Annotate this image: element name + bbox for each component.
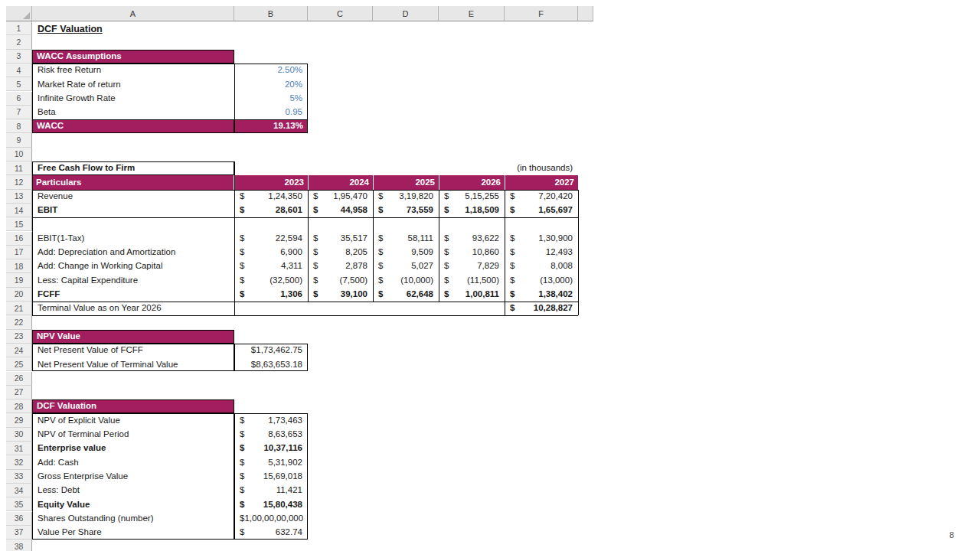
dcf-label[interactable]: NPV of Terminal Period bbox=[34, 428, 233, 442]
row-header-32[interactable]: 32 bbox=[6, 455, 32, 469]
dcf-value-cell[interactable]: $15,69,018 bbox=[236, 470, 306, 484]
fcff-year-header-2023[interactable]: 2023 bbox=[235, 175, 308, 189]
fcff-cell[interactable]: $22,594 bbox=[236, 232, 306, 246]
fcff-cell[interactable]: $3,19,820 bbox=[374, 190, 437, 204]
fcff-row-label[interactable]: EBIT(1-Tax) bbox=[34, 232, 233, 246]
fcff-cell[interactable]: $1,18,509 bbox=[440, 204, 503, 217]
row-header-19[interactable]: 19 bbox=[6, 273, 32, 287]
row-header-37[interactable]: 37 bbox=[6, 526, 32, 540]
row-header-1[interactable]: 1 bbox=[6, 21, 32, 35]
row-header-14[interactable]: 14 bbox=[6, 204, 32, 217]
dcf-value-cell[interactable]: $15,80,438 bbox=[236, 497, 306, 511]
dcf-value-cell[interactable]: $10,37,116 bbox=[236, 442, 306, 455]
row-header-33[interactable]: 33 bbox=[6, 470, 32, 484]
row-header-5[interactable]: 5 bbox=[6, 77, 32, 91]
fcff-cell[interactable]: $1,306 bbox=[236, 288, 306, 302]
wacc-value[interactable]: 2.50% bbox=[236, 64, 306, 77]
fcff-row-label[interactable]: EBIT bbox=[34, 204, 233, 217]
wacc-label[interactable]: Market Rate of return bbox=[34, 77, 233, 91]
fcff-cell[interactable]: $(10,000) bbox=[374, 273, 437, 287]
dcf-label[interactable]: Equity Value bbox=[34, 497, 233, 511]
fcff-cell[interactable]: $1,24,350 bbox=[236, 190, 306, 204]
dcf-label[interactable]: Shares Outstanding (number) bbox=[34, 512, 233, 526]
column-header-A[interactable]: A bbox=[32, 6, 234, 21]
row-header-23[interactable]: 23 bbox=[6, 330, 32, 344]
wacc-value[interactable]: 0.95 bbox=[236, 106, 306, 119]
row-header-16[interactable]: 16 bbox=[6, 232, 32, 246]
row-header-11[interactable]: 11 bbox=[6, 161, 32, 175]
column-header-E[interactable]: E bbox=[439, 6, 505, 21]
row-header-3[interactable]: 3 bbox=[6, 50, 32, 64]
fcff-year-header-2026[interactable]: 2026 bbox=[439, 175, 505, 189]
row-header-4[interactable]: 4 bbox=[6, 64, 32, 77]
fcff-row-label[interactable]: Less: Capital Expenditure bbox=[34, 273, 233, 287]
dcf-label[interactable]: Value Per Share bbox=[34, 526, 233, 540]
fcff-cell[interactable]: $44,958 bbox=[309, 204, 371, 217]
npv-value[interactable]: $8,63,653.18 bbox=[236, 357, 306, 371]
fcff-cell[interactable]: $35,517 bbox=[309, 232, 371, 246]
fcff-particulars-cell[interactable]: Particulars bbox=[32, 175, 234, 189]
row-header-17[interactable]: 17 bbox=[6, 246, 32, 259]
wacc-label[interactable]: Risk free Return bbox=[34, 64, 233, 77]
dcf-header-cell[interactable]: DCF Valuation bbox=[32, 399, 234, 413]
dcf-value-cell[interactable]: $632.74 bbox=[236, 526, 306, 540]
sheet-title[interactable]: DCF Valuation bbox=[34, 22, 202, 36]
fcff-cell[interactable]: $12,493 bbox=[506, 246, 577, 259]
row-header-9[interactable]: 9 bbox=[6, 133, 32, 147]
row-header-10[interactable]: 10 bbox=[6, 148, 32, 161]
fcff-row-label[interactable]: FCFF bbox=[34, 288, 233, 302]
row-header-38[interactable]: 38 bbox=[6, 540, 32, 551]
fcff-cell[interactable]: $93,622 bbox=[440, 232, 503, 246]
npv-header-cell[interactable]: NPV Value bbox=[32, 330, 234, 344]
dcf-value-cell[interactable]: $11,421 bbox=[236, 484, 306, 497]
fcff-cell[interactable]: $2,878 bbox=[309, 259, 371, 273]
fcff-cell[interactable]: $10,860 bbox=[440, 246, 503, 259]
row-header-13[interactable]: 13 bbox=[6, 190, 32, 204]
dcf-value-cell[interactable]: $1,00,00,00,000 bbox=[236, 512, 306, 526]
fcff-cell[interactable]: $28,601 bbox=[236, 204, 306, 217]
row-header-22[interactable]: 22 bbox=[6, 315, 32, 329]
fcff-cell[interactable]: $7,20,420 bbox=[506, 190, 577, 204]
row-header-26[interactable]: 26 bbox=[6, 372, 32, 386]
npv-label[interactable]: Net Present Value of FCFF bbox=[34, 344, 233, 357]
row-header-12[interactable]: 12 bbox=[6, 175, 32, 189]
wacc-total-value-cell[interactable]: 19.13% bbox=[234, 119, 308, 133]
fcff-cell[interactable]: $5,15,255 bbox=[440, 190, 503, 204]
fcff-cell[interactable]: $8,008 bbox=[506, 259, 577, 273]
row-header-29[interactable]: 29 bbox=[6, 413, 32, 427]
fcff-cell[interactable]: $8,205 bbox=[309, 246, 371, 259]
fcff-cell[interactable]: $5,027 bbox=[374, 259, 437, 273]
row-header-28[interactable]: 28 bbox=[6, 399, 32, 413]
wacc-label[interactable]: Beta bbox=[34, 106, 233, 119]
fcff-cell[interactable]: $1,38,402 bbox=[506, 288, 577, 302]
dcf-value-cell[interactable]: $8,63,653 bbox=[236, 428, 306, 442]
fcff-cell[interactable]: $(13,000) bbox=[506, 273, 577, 287]
row-header-36[interactable]: 36 bbox=[6, 512, 32, 526]
row-header-2[interactable]: 2 bbox=[6, 35, 32, 49]
dcf-label[interactable]: NPV of Explicit Value bbox=[34, 413, 233, 427]
fcff-year-header-2025[interactable]: 2025 bbox=[374, 175, 439, 189]
dcf-label[interactable]: Less: Debt bbox=[34, 484, 233, 497]
row-header-15[interactable]: 15 bbox=[6, 217, 32, 231]
fcff-cell[interactable]: $1,65,697 bbox=[506, 204, 577, 217]
fcff-cell[interactable]: $(7,500) bbox=[309, 273, 371, 287]
row-header-21[interactable]: 21 bbox=[6, 302, 32, 315]
fcff-cell[interactable]: $1,30,900 bbox=[506, 232, 577, 246]
column-header-B[interactable]: B bbox=[234, 6, 308, 21]
dcf-value-cell[interactable]: $5,31,902 bbox=[236, 455, 306, 469]
row-header-27[interactable]: 27 bbox=[6, 386, 32, 399]
column-header-partial[interactable] bbox=[578, 6, 593, 21]
terminal-value-cell[interactable]: $10,28,827 bbox=[506, 302, 577, 315]
dcf-label[interactable]: Add: Cash bbox=[34, 455, 233, 469]
dcf-label[interactable]: Gross Enterprise Value bbox=[34, 470, 233, 484]
fcff-year-header-2027[interactable]: 2027 bbox=[505, 175, 578, 189]
wacc-total-label-cell[interactable]: WACC bbox=[32, 119, 234, 133]
row-header-35[interactable]: 35 bbox=[6, 497, 32, 511]
fcff-row-label[interactable]: Add: Depreciation and Amortization bbox=[34, 246, 233, 259]
fcff-row-label[interactable]: Revenue bbox=[34, 190, 233, 204]
terminal-value-label[interactable]: Terminal Value as on Year 2026 bbox=[34, 302, 233, 315]
npv-value[interactable]: $1,73,462.75 bbox=[236, 344, 306, 357]
fcff-cell[interactable]: $39,100 bbox=[309, 288, 371, 302]
row-header-30[interactable]: 30 bbox=[6, 428, 32, 442]
fcff-cell[interactable]: $1,00,811 bbox=[440, 288, 503, 302]
